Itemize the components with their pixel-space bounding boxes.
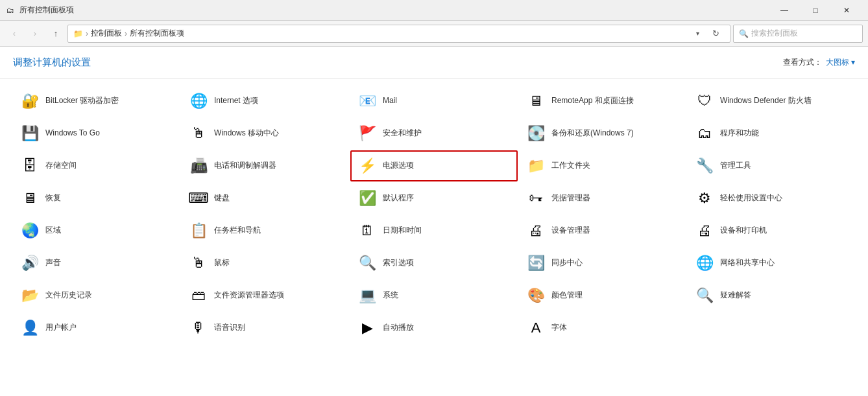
datetime-label: 日期和时间 xyxy=(383,226,422,236)
page-title: 调整计算机的设置 xyxy=(13,56,91,69)
windefender-icon: 🛡 xyxy=(694,91,715,111)
cp-item-system[interactable]: 💻系统 xyxy=(350,280,518,311)
power-icon: ⚡ xyxy=(357,156,378,176)
cp-item-filehist[interactable]: 📂文件历史记录 xyxy=(13,280,180,311)
fileopts-icon: 🗃 xyxy=(188,285,209,306)
workfolder-label: 工作文件夹 xyxy=(551,161,590,171)
cp-item-windefender[interactable]: 🛡Windows Defender 防火墙 xyxy=(688,86,855,117)
fileopts-label: 文件资源管理器选项 xyxy=(214,290,284,301)
cp-item-region[interactable]: 🌏区域 xyxy=(13,215,180,246)
cp-item-fileopts[interactable]: 🗃文件资源管理器选项 xyxy=(182,280,349,311)
cp-item-winmobile[interactable]: 🖱Windows 移动中心 xyxy=(182,118,349,149)
devprint-icon: 🖨 xyxy=(694,220,715,241)
cp-item-phone[interactable]: 📠电话和调制解调器 xyxy=(182,150,349,181)
cp-item-windowstogo[interactable]: 💾Windows To Go xyxy=(13,118,180,149)
cp-item-autoplay[interactable]: ▶自动播放 xyxy=(350,312,518,344)
creds-icon: 🗝 xyxy=(525,188,546,209)
breadcrumb-controlpanel[interactable]: 控制面板 xyxy=(91,28,122,39)
winmobile-label: Windows 移动中心 xyxy=(214,128,279,139)
sync-label: 同步中心 xyxy=(551,258,583,268)
sound-label: 声音 xyxy=(45,258,61,268)
programs-icon: 🗂 xyxy=(694,123,715,144)
dropdown-button[interactable]: ▾ xyxy=(691,27,704,40)
creds-label: 凭据管理器 xyxy=(551,193,590,204)
cp-item-defaults[interactable]: ✅默认程序 xyxy=(350,183,518,214)
refresh-button[interactable]: ↻ xyxy=(706,25,725,43)
cp-item-indexing[interactable]: 🔍索引选项 xyxy=(350,248,518,279)
mgmttools-label: 管理工具 xyxy=(720,161,751,171)
cp-item-datetime[interactable]: 🗓日期和时间 xyxy=(350,215,518,246)
cp-item-creds[interactable]: 🗝凭据管理器 xyxy=(519,183,686,214)
window-title: 所有控制面板项 xyxy=(19,5,74,16)
search-icon: 🔍 xyxy=(739,29,749,38)
cp-item-workfolder[interactable]: 📁工作文件夹 xyxy=(519,150,686,181)
bitlocker-label: BitLocker 驱动器加密 xyxy=(45,96,119,106)
cp-item-sound[interactable]: 🔊声音 xyxy=(13,248,180,279)
cp-item-power[interactable]: ⚡电源选项 xyxy=(350,150,518,181)
cp-item-internet[interactable]: 🌐Internet 选项 xyxy=(182,86,349,117)
cp-item-recovery[interactable]: 🖥恢复 xyxy=(13,183,180,214)
cp-item-security[interactable]: 🚩安全和维护 xyxy=(350,118,518,149)
cp-item-mgmttools[interactable]: 🔧管理工具 xyxy=(688,150,855,181)
title-bar-left: 🗂 所有控制面板项 xyxy=(6,5,74,16)
network-icon: 🌐 xyxy=(694,253,715,274)
breadcrumb-all[interactable]: 所有控制面板项 xyxy=(130,28,184,39)
cp-item-mail[interactable]: 📧Mail xyxy=(350,86,518,117)
cp-item-taskbar[interactable]: 📋任务栏和导航 xyxy=(182,215,349,246)
cp-item-color[interactable]: 🎨颜色管理 xyxy=(519,280,686,311)
cp-item-storage[interactable]: 🗄存储空间 xyxy=(13,150,180,181)
path-icon: 📁 xyxy=(73,29,83,38)
cp-item-font[interactable]: A字体 xyxy=(519,312,686,344)
cp-item-remoteapp[interactable]: 🖥RemoteApp 和桌面连接 xyxy=(519,86,686,117)
view-label: 查看方式： xyxy=(783,57,822,68)
cp-item-devprint[interactable]: 🖨设备和打印机 xyxy=(688,215,855,246)
cp-item-ease[interactable]: ⚙轻松使用设置中心 xyxy=(688,183,855,214)
cp-item-sync[interactable]: 🔄同步中心 xyxy=(519,248,686,279)
power-label: 电源选项 xyxy=(383,161,414,171)
cp-item-speech[interactable]: 🎙语音识别 xyxy=(182,312,349,344)
defaults-label: 默认程序 xyxy=(383,193,414,204)
security-label: 安全和维护 xyxy=(383,128,422,139)
system-icon: 💻 xyxy=(357,285,378,306)
minimize-button[interactable]: — xyxy=(769,0,799,21)
system-label: 系统 xyxy=(383,290,398,301)
autoplay-label: 自动播放 xyxy=(383,323,414,333)
cp-item-devmgr[interactable]: 🖨设备管理器 xyxy=(519,215,686,246)
useracct-label: 用户帐户 xyxy=(45,323,77,333)
maximize-button[interactable]: □ xyxy=(801,0,830,21)
cp-item-mouse[interactable]: 🖱鼠标 xyxy=(182,248,349,279)
cp-item-troubleshoot[interactable]: 🔍疑难解答 xyxy=(688,280,855,311)
speech-label: 语音识别 xyxy=(214,323,245,333)
control-panel-grid: 🔐BitLocker 驱动器加密🌐Internet 选项📧Mail🖥Remote… xyxy=(13,86,855,344)
cp-item-network[interactable]: 🌐网络和共享中心 xyxy=(688,248,855,279)
windowstogo-icon: 💾 xyxy=(19,123,40,144)
cp-item-keyboard[interactable]: ⌨键盘 xyxy=(182,183,349,214)
close-button[interactable]: ✕ xyxy=(832,0,862,21)
back-button[interactable]: ‹ xyxy=(5,25,23,43)
cp-item-bitlocker[interactable]: 🔐BitLocker 驱动器加密 xyxy=(13,86,180,117)
programs-label: 程序和功能 xyxy=(720,128,759,139)
phone-label: 电话和调制解调器 xyxy=(214,161,276,171)
devmgr-icon: 🖨 xyxy=(525,220,546,241)
indexing-label: 索引选项 xyxy=(383,258,414,268)
cp-item-backup[interactable]: 💽备份和还原(Windows 7) xyxy=(519,118,686,149)
title-bar: 🗂 所有控制面板项 — □ ✕ xyxy=(0,0,868,21)
bitlocker-icon: 🔐 xyxy=(19,91,40,111)
cp-item-useracct[interactable]: 👤用户帐户 xyxy=(13,312,180,344)
address-path[interactable]: 📁 › 控制面板 › 所有控制面板项 ▾ ↻ xyxy=(67,25,730,43)
up-button[interactable]: ↑ xyxy=(47,25,65,43)
taskbar-label: 任务栏和导航 xyxy=(214,226,261,236)
view-current[interactable]: 大图标 ▾ xyxy=(826,57,855,68)
indexing-icon: 🔍 xyxy=(357,253,378,274)
backup-label: 备份和还原(Windows 7) xyxy=(551,128,634,139)
devmgr-label: 设备管理器 xyxy=(551,226,590,236)
filehist-label: 文件历史记录 xyxy=(45,290,92,301)
search-box[interactable]: 🔍 搜索控制面板 xyxy=(733,25,863,43)
cp-item-programs[interactable]: 🗂程序和功能 xyxy=(688,118,855,149)
remoteapp-icon: 🖥 xyxy=(525,91,546,111)
taskbar-icon: 📋 xyxy=(188,220,209,241)
workfolder-icon: 📁 xyxy=(525,156,546,176)
mgmttools-icon: 🔧 xyxy=(694,156,715,176)
forward-button[interactable]: › xyxy=(26,25,44,43)
font-label: 字体 xyxy=(551,323,567,333)
